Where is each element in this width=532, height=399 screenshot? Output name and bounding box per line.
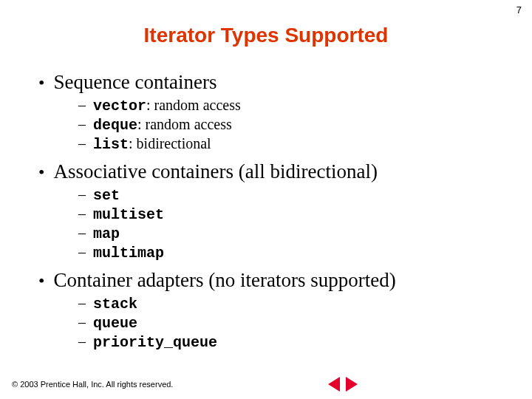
item-text: list: bidirectional [93,135,211,153]
footer: © 2003 Prentice Hall, Inc. All rights re… [12,377,520,392]
dash-icon: – [78,333,93,350]
list-item: – multimap [78,244,532,262]
dash-icon: – [78,244,93,261]
code-text: multimap [93,245,164,262]
bullet-icon: • [38,272,53,290]
code-text: set [93,187,120,204]
code-text: vector [93,98,146,115]
code-text: queue [93,315,137,332]
dash-icon: – [78,186,93,203]
desc-text: : bidirectional [129,135,211,151]
content-area: • Sequence containers – vector: random a… [0,71,532,351]
list-item: – deque: random access [78,116,532,134]
dash-icon: – [78,205,93,222]
list-item: – list: bidirectional [78,135,532,153]
section-adapters: • Container adapters (no iterators suppo… [38,269,532,351]
list-item: – vector: random access [78,97,532,115]
dash-icon: – [78,295,93,312]
heading-text: Container adapters (no iterators support… [53,269,395,292]
code-text: list [93,136,129,153]
list-item: – priority_queue [78,333,532,351]
list-item: – map [78,225,532,242]
item-text: deque: random access [93,116,232,134]
section-heading: • Sequence containers [38,71,532,94]
heading-text: Associative containers (all bidirectiona… [53,160,378,183]
code-text: deque [93,117,137,134]
list-item: – set [78,186,532,204]
section-associative: • Associative containers (all bidirectio… [38,160,532,262]
copyright-text: © 2003 Prentice Hall, Inc. All rights re… [12,380,173,389]
bullet-icon: • [38,163,53,181]
next-arrow-icon[interactable] [346,377,358,392]
dash-icon: – [78,116,93,133]
list-item: – stack [78,295,532,313]
desc-text: : random access [137,116,232,132]
item-text: vector: random access [93,97,241,115]
code-text: map [93,225,120,242]
prev-arrow-icon[interactable] [328,377,340,392]
slide-title: Iterator Types Supported [0,24,532,47]
code-text: stack [93,296,137,313]
list-item: – multiset [78,205,532,223]
dash-icon: – [78,225,93,242]
section-heading: • Associative containers (all bidirectio… [38,160,532,183]
nav-buttons [328,377,358,392]
section-heading: • Container adapters (no iterators suppo… [38,269,532,292]
dash-icon: – [78,314,93,331]
list-item: – queue [78,314,532,332]
page-number: 7 [516,4,522,16]
heading-text: Sequence containers [53,71,216,94]
dash-icon: – [78,135,93,152]
code-text: multiset [93,206,164,223]
section-sequence: • Sequence containers – vector: random a… [38,71,532,153]
desc-text: : random access [146,97,241,113]
code-text: priority_queue [93,334,217,351]
bullet-icon: • [38,74,53,92]
dash-icon: – [78,97,93,114]
